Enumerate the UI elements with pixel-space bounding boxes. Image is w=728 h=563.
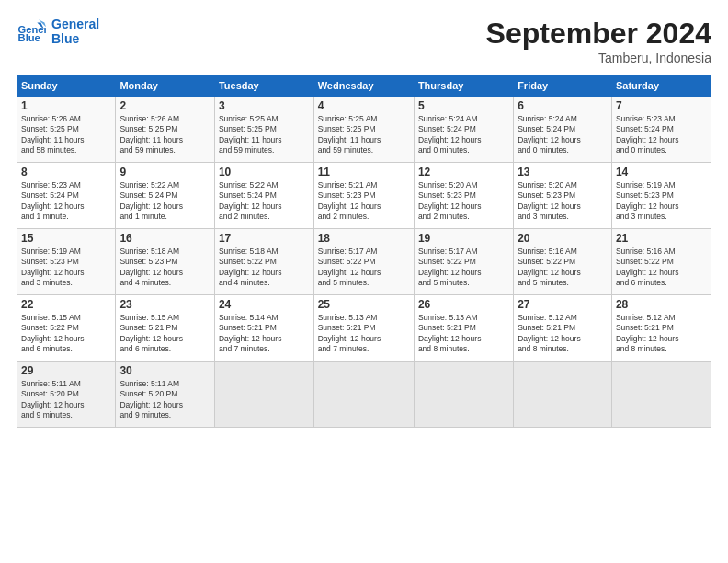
logo-icon: General Blue xyxy=(17,17,46,46)
header: General Blue General Blue September 2024… xyxy=(17,17,711,65)
day-number: 19 xyxy=(418,232,509,245)
day-info: Sunrise: 5:20 AMSunset: 5:23 PMDaylight:… xyxy=(518,180,608,223)
day-number: 8 xyxy=(21,166,111,178)
day-number: 4 xyxy=(318,99,410,112)
day-number: 21 xyxy=(616,232,707,245)
calendar-day-3: 3Sunrise: 5:25 AMSunset: 5:25 PMDaylight… xyxy=(214,97,313,163)
day-info: Sunrise: 5:24 AMSunset: 5:24 PMDaylight:… xyxy=(518,114,608,156)
calendar-day-21: 21Sunrise: 5:16 AMSunset: 5:22 PMDayligh… xyxy=(611,229,711,295)
day-info: Sunrise: 5:13 AMSunset: 5:21 PMDaylight:… xyxy=(318,313,410,355)
day-number: 28 xyxy=(616,298,707,311)
calendar-empty-cell xyxy=(611,362,711,428)
day-number: 3 xyxy=(219,99,310,112)
day-info: Sunrise: 5:16 AMSunset: 5:22 PMDaylight:… xyxy=(616,247,707,289)
day-info: Sunrise: 5:18 AMSunset: 5:22 PMDaylight:… xyxy=(219,247,310,289)
calendar-day-9: 9Sunrise: 5:22 AMSunset: 5:24 PMDaylight… xyxy=(116,163,215,229)
day-info: Sunrise: 5:25 AMSunset: 5:25 PMDaylight:… xyxy=(219,114,310,156)
day-info: Sunrise: 5:15 AMSunset: 5:21 PMDaylight:… xyxy=(119,313,210,355)
col-header-friday: Friday xyxy=(514,75,612,97)
logo: General Blue General Blue xyxy=(17,17,99,46)
calendar-day-13: 13Sunrise: 5:20 AMSunset: 5:23 PMDayligh… xyxy=(514,163,612,229)
day-number: 14 xyxy=(616,166,707,178)
day-number: 24 xyxy=(219,298,310,311)
calendar-day-30: 30Sunrise: 5:11 AMSunset: 5:20 PMDayligh… xyxy=(116,362,215,428)
day-info: Sunrise: 5:11 AMSunset: 5:20 PMDaylight:… xyxy=(21,379,111,421)
calendar-day-15: 15Sunrise: 5:19 AMSunset: 5:23 PMDayligh… xyxy=(17,229,116,295)
day-info: Sunrise: 5:23 AMSunset: 5:24 PMDaylight:… xyxy=(616,114,707,156)
calendar-day-19: 19Sunrise: 5:17 AMSunset: 5:22 PMDayligh… xyxy=(414,229,513,295)
month-title: September 2024 xyxy=(486,17,711,51)
day-info: Sunrise: 5:14 AMSunset: 5:21 PMDaylight:… xyxy=(219,313,310,355)
day-info: Sunrise: 5:13 AMSunset: 5:21 PMDaylight:… xyxy=(418,313,509,355)
calendar-empty-cell xyxy=(414,362,513,428)
day-number: 16 xyxy=(119,232,210,245)
calendar-week-4: 22Sunrise: 5:15 AMSunset: 5:22 PMDayligh… xyxy=(17,295,711,362)
calendar-empty-cell xyxy=(514,362,612,428)
calendar-day-5: 5Sunrise: 5:24 AMSunset: 5:24 PMDaylight… xyxy=(414,97,513,163)
calendar-empty-cell xyxy=(214,362,313,428)
day-number: 15 xyxy=(21,232,111,245)
calendar-day-23: 23Sunrise: 5:15 AMSunset: 5:21 PMDayligh… xyxy=(116,295,215,362)
logo-blue: Blue xyxy=(51,31,99,46)
day-number: 7 xyxy=(616,99,707,112)
calendar-day-28: 28Sunrise: 5:12 AMSunset: 5:21 PMDayligh… xyxy=(611,295,711,362)
calendar-day-18: 18Sunrise: 5:17 AMSunset: 5:22 PMDayligh… xyxy=(313,229,414,295)
title-block: September 2024 Tamberu, Indonesia xyxy=(486,17,711,65)
calendar-day-12: 12Sunrise: 5:20 AMSunset: 5:23 PMDayligh… xyxy=(414,163,513,229)
day-number: 1 xyxy=(21,99,111,112)
day-number: 5 xyxy=(418,99,509,112)
calendar-day-6: 6Sunrise: 5:24 AMSunset: 5:24 PMDaylight… xyxy=(514,97,612,163)
calendar-day-7: 7Sunrise: 5:23 AMSunset: 5:24 PMDaylight… xyxy=(611,97,711,163)
calendar-day-20: 20Sunrise: 5:16 AMSunset: 5:22 PMDayligh… xyxy=(514,229,612,295)
day-info: Sunrise: 5:21 AMSunset: 5:23 PMDaylight:… xyxy=(318,180,410,223)
calendar-week-2: 8Sunrise: 5:23 AMSunset: 5:24 PMDaylight… xyxy=(17,163,711,229)
day-info: Sunrise: 5:25 AMSunset: 5:25 PMDaylight:… xyxy=(318,114,410,156)
day-info: Sunrise: 5:20 AMSunset: 5:23 PMDaylight:… xyxy=(418,180,509,223)
day-info: Sunrise: 5:23 AMSunset: 5:24 PMDaylight:… xyxy=(21,180,111,223)
day-info: Sunrise: 5:22 AMSunset: 5:24 PMDaylight:… xyxy=(119,180,210,223)
day-number: 22 xyxy=(21,298,111,311)
calendar-week-1: 1Sunrise: 5:26 AMSunset: 5:25 PMDaylight… xyxy=(17,97,711,163)
day-info: Sunrise: 5:12 AMSunset: 5:21 PMDaylight:… xyxy=(518,313,608,355)
calendar-day-16: 16Sunrise: 5:18 AMSunset: 5:23 PMDayligh… xyxy=(116,229,215,295)
day-number: 23 xyxy=(119,298,210,311)
calendar-day-24: 24Sunrise: 5:14 AMSunset: 5:21 PMDayligh… xyxy=(214,295,313,362)
calendar-header-row: SundayMondayTuesdayWednesdayThursdayFrid… xyxy=(17,75,711,97)
day-info: Sunrise: 5:17 AMSunset: 5:22 PMDaylight:… xyxy=(418,247,509,289)
calendar-day-27: 27Sunrise: 5:12 AMSunset: 5:21 PMDayligh… xyxy=(514,295,612,362)
col-header-sunday: Sunday xyxy=(17,75,116,97)
day-number: 13 xyxy=(518,166,608,178)
day-info: Sunrise: 5:17 AMSunset: 5:22 PMDaylight:… xyxy=(318,247,410,289)
col-header-thursday: Thursday xyxy=(414,75,513,97)
day-info: Sunrise: 5:19 AMSunset: 5:23 PMDaylight:… xyxy=(21,247,111,289)
day-number: 26 xyxy=(418,298,509,311)
calendar-day-8: 8Sunrise: 5:23 AMSunset: 5:24 PMDaylight… xyxy=(17,163,116,229)
svg-text:Blue: Blue xyxy=(18,32,40,43)
col-header-saturday: Saturday xyxy=(611,75,711,97)
calendar-day-22: 22Sunrise: 5:15 AMSunset: 5:22 PMDayligh… xyxy=(17,295,116,362)
day-number: 6 xyxy=(518,99,608,112)
day-number: 18 xyxy=(318,232,410,245)
calendar-day-17: 17Sunrise: 5:18 AMSunset: 5:22 PMDayligh… xyxy=(214,229,313,295)
day-info: Sunrise: 5:18 AMSunset: 5:23 PMDaylight:… xyxy=(119,247,210,289)
calendar-table: SundayMondayTuesdayWednesdayThursdayFrid… xyxy=(17,75,711,428)
col-header-tuesday: Tuesday xyxy=(214,75,313,97)
day-number: 10 xyxy=(219,166,310,178)
calendar-day-1: 1Sunrise: 5:26 AMSunset: 5:25 PMDaylight… xyxy=(17,97,116,163)
calendar-day-29: 29Sunrise: 5:11 AMSunset: 5:20 PMDayligh… xyxy=(17,362,116,428)
day-number: 30 xyxy=(119,364,210,377)
day-number: 2 xyxy=(119,99,210,112)
calendar-day-4: 4Sunrise: 5:25 AMSunset: 5:25 PMDaylight… xyxy=(313,97,414,163)
day-info: Sunrise: 5:19 AMSunset: 5:23 PMDaylight:… xyxy=(616,180,707,223)
day-info: Sunrise: 5:22 AMSunset: 5:24 PMDaylight:… xyxy=(219,180,310,223)
day-info: Sunrise: 5:12 AMSunset: 5:21 PMDaylight:… xyxy=(616,313,707,355)
col-header-monday: Monday xyxy=(116,75,215,97)
day-info: Sunrise: 5:24 AMSunset: 5:24 PMDaylight:… xyxy=(418,114,509,156)
day-info: Sunrise: 5:16 AMSunset: 5:22 PMDaylight:… xyxy=(518,247,608,289)
calendar-week-3: 15Sunrise: 5:19 AMSunset: 5:23 PMDayligh… xyxy=(17,229,711,295)
calendar-empty-cell xyxy=(313,362,414,428)
location-subtitle: Tamberu, Indonesia xyxy=(486,51,711,65)
day-number: 12 xyxy=(418,166,509,178)
day-info: Sunrise: 5:26 AMSunset: 5:25 PMDaylight:… xyxy=(21,114,111,156)
day-number: 11 xyxy=(318,166,410,178)
